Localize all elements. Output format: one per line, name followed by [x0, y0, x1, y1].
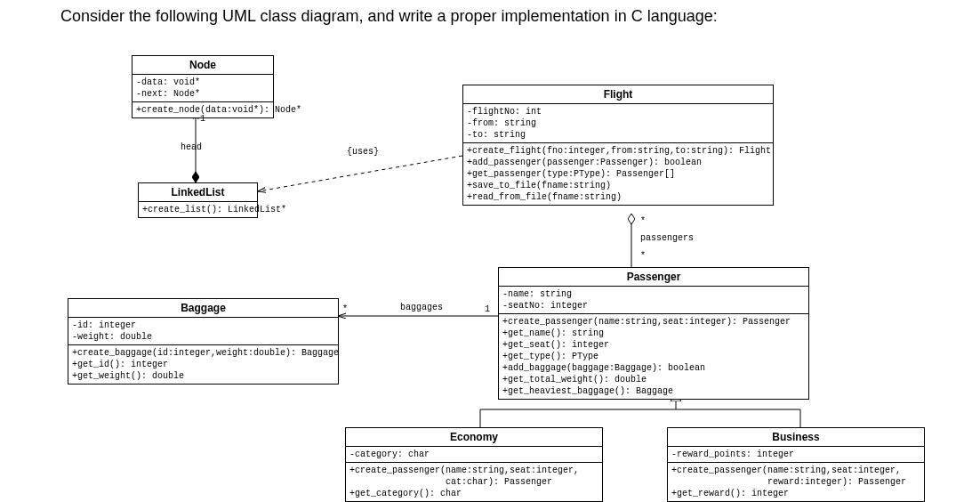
class-business-title: Business: [668, 428, 924, 447]
class-flight-title: Flight: [463, 85, 773, 104]
class-linkedlist-ops: +create_list(): LinkedList*: [139, 202, 257, 217]
class-economy: Economy -category: char +create_passenge…: [345, 427, 603, 502]
label-pass-star2: *: [640, 251, 646, 261]
label-uses: {uses}: [347, 147, 379, 157]
class-node-title: Node: [133, 56, 273, 75]
label-bag-one: 1: [485, 304, 490, 314]
class-passenger: Passenger -name: string -seatNo: integer…: [498, 267, 809, 400]
svg-line-1: [258, 156, 462, 191]
class-node: Node -data: void* -next: Node* +create_n…: [132, 55, 274, 118]
class-linkedlist-title: LinkedList: [139, 183, 257, 202]
class-economy-ops: +create_passenger(name:string,seat:integ…: [346, 463, 602, 501]
class-economy-title: Economy: [346, 428, 602, 447]
class-passenger-ops: +create_passenger(name:string,seat:integ…: [499, 314, 808, 399]
label-head: head: [181, 142, 202, 152]
class-business: Business -reward_points: integer +create…: [667, 427, 925, 502]
label-passengers: passengers: [640, 233, 694, 243]
class-flight-ops: +create_flight(fno:integer,from:string,t…: [463, 143, 773, 205]
prompt-text: Consider the following UML class diagram…: [60, 7, 718, 26]
class-passenger-attrs: -name: string -seatNo: integer: [499, 287, 808, 314]
class-baggage-title: Baggage: [68, 299, 338, 318]
label-bag-star: *: [342, 304, 348, 314]
class-baggage-attrs: -id: integer -weight: double: [68, 318, 338, 345]
class-business-attrs: -reward_points: integer: [668, 447, 924, 463]
label-pass-star1: *: [640, 216, 646, 226]
class-flight: Flight -flightNo: int -from: string -to:…: [462, 85, 774, 206]
class-economy-attrs: -category: char: [346, 447, 602, 463]
label-baggages: baggages: [400, 303, 443, 312]
class-flight-attrs: -flightNo: int -from: string -to: string: [463, 104, 773, 143]
class-passenger-title: Passenger: [499, 268, 808, 287]
class-business-ops: +create_passenger(name:string,seat:integ…: [668, 463, 924, 501]
class-baggage-ops: +create_baggage(id:integer,weight:double…: [68, 345, 338, 384]
class-node-attrs: -data: void* -next: Node*: [133, 75, 273, 102]
class-baggage: Baggage -id: integer -weight: double +cr…: [68, 298, 339, 385]
class-linkedlist: LinkedList +create_list(): LinkedList*: [138, 182, 258, 218]
label-one-node: 1: [200, 114, 205, 124]
